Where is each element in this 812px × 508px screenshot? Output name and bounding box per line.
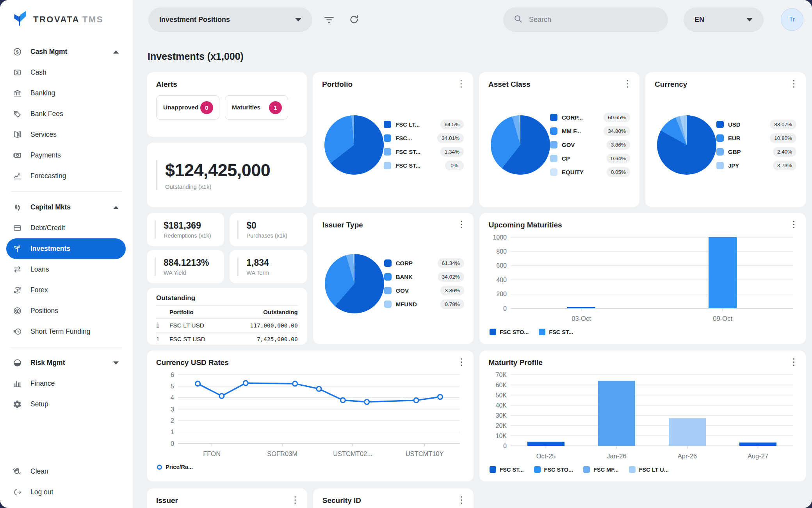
legend-item-gov[interactable]: GOV3.86% — [550, 140, 630, 150]
legend-item-fsc-sto[interactable]: FSC STO... — [490, 329, 529, 335]
card-menu-icon[interactable]: ⋮ — [457, 80, 464, 87]
sidebar-item-debt-credit[interactable]: Debt/Credit — [6, 218, 126, 238]
sidebar-divider — [11, 347, 122, 347]
card-menu-icon[interactable]: ⋮ — [457, 358, 464, 365]
alert-button-unapproved[interactable]: Unapproved0 — [156, 95, 219, 120]
sidebar-item-forecasting[interactable]: Forecasting — [6, 166, 126, 186]
svg-text:5: 5 — [171, 383, 174, 390]
sidebar-item-services[interactable]: Services — [6, 124, 126, 145]
card-menu-icon[interactable]: ⋮ — [623, 80, 630, 87]
legend-item-corp[interactable]: CORP61.34% — [384, 258, 464, 268]
sidebar-section-capital-mkts[interactable]: Capital Mkts — [6, 197, 126, 218]
legend-item-gov[interactable]: GOV3.86% — [384, 286, 464, 295]
legend-label: FSC ST... — [500, 467, 524, 473]
legend-item-fsc-st[interactable]: FSC ST... — [490, 466, 524, 473]
sidebar-item-forex[interactable]: $Forex — [6, 280, 126, 301]
logout-icon — [12, 488, 22, 497]
legend-item-mm-f[interactable]: MM F...34.80% — [550, 126, 630, 136]
search-input[interactable]: Search — [503, 7, 668, 32]
sidebar-item-banking[interactable]: Banking — [6, 83, 126, 104]
issuer-card: Issuer ⋮ — [147, 488, 307, 508]
sidebar-item-finance[interactable]: Finance — [6, 373, 126, 394]
card-menu-icon[interactable]: ⋮ — [789, 221, 796, 228]
metric-label: Purchases (x1k) — [246, 233, 287, 239]
legend-item-fsc-st[interactable]: FSC ST...1.34% — [384, 147, 464, 157]
metric-value: $181,369 — [164, 220, 211, 231]
legend-item-eur[interactable]: EUR10.80% — [716, 133, 796, 143]
sidebar-section-risk-mgmt[interactable]: Risk Mgmt — [6, 352, 126, 373]
sidebar-item-bank-fees[interactable]: Bank Fees — [6, 104, 126, 124]
dollar-square-icon: $ — [12, 68, 22, 77]
legend-item-fsc-lt[interactable]: FSC LT...64.5% — [384, 120, 464, 129]
card-menu-icon[interactable]: ⋮ — [789, 358, 796, 365]
svg-text:40K: 40K — [495, 402, 507, 409]
card-menu-icon[interactable]: ⋮ — [457, 221, 464, 228]
bar-chart-upcoming-maturities: 0200400600800100003-Oct09-Oct — [489, 231, 796, 328]
legend-value-badge: 3.73% — [773, 161, 796, 170]
sidebar-item-payments[interactable]: Payments — [6, 145, 126, 166]
sidebar-item-cash[interactable]: $Cash — [6, 62, 126, 83]
legend-item-corp[interactable]: CORP...60.65% — [550, 113, 630, 122]
legend-label: EQUITY — [562, 169, 584, 175]
sidebar-item-setup[interactable]: Setup — [6, 394, 126, 415]
card-menu-icon[interactable]: ⋮ — [457, 496, 464, 503]
legend-item-cp[interactable]: CP0.64% — [550, 154, 630, 163]
legend-item-mfund[interactable]: MFUND0.78% — [384, 299, 464, 309]
legend-item-fsc-lt-u[interactable]: FSC LT U... — [629, 466, 669, 473]
metric-label: WA Term — [246, 270, 269, 276]
legend-item-fsc[interactable]: FSC...34.01% — [384, 133, 464, 143]
view-selector-dropdown[interactable]: Investment Positions — [148, 7, 312, 32]
table-column-header: Outstanding — [224, 306, 298, 319]
filter-icon[interactable] — [321, 11, 337, 28]
sidebar-item-investments[interactable]: Investments — [6, 238, 126, 259]
legend-item-jpy[interactable]: JPY3.73% — [716, 161, 796, 170]
sidebar-item-short-term-funding[interactable]: Short Term Funding — [6, 321, 126, 342]
user-avatar[interactable]: Tr — [781, 8, 803, 31]
legend-item-bank[interactable]: BANK34.02% — [384, 272, 464, 282]
legend-value-badge: 2.40% — [773, 147, 796, 157]
legend-item-fsc-st[interactable]: FSC ST... — [539, 329, 573, 335]
metric-label: Redemptions (x1k) — [164, 233, 211, 239]
svg-text:Aug-27: Aug-27 — [747, 453, 768, 460]
alert-button-maturities[interactable]: Maturities1 — [225, 95, 288, 120]
language-dropdown[interactable]: EN — [684, 7, 764, 32]
legend-item-equity[interactable]: EQUITY0.05% — [550, 167, 630, 177]
alert-count-badge: 0 — [200, 101, 213, 114]
svg-text:60K: 60K — [495, 382, 507, 388]
sidebar-item-positions[interactable]: Positions — [6, 301, 126, 321]
sidebar-item-log-out[interactable]: Log out — [6, 482, 126, 503]
issuer-type-card-title: Issuer Type — [322, 221, 363, 229]
card-menu-icon[interactable]: ⋮ — [291, 496, 298, 503]
portfolio-card: Portfolio ⋮ FSC LT...64.5%FSC...34.01%FS… — [313, 72, 473, 207]
metric-inner: 884.1213%WA Yield — [155, 258, 209, 276]
sidebar-item-label: Debt/Credit — [30, 224, 65, 232]
pie-chart-portfolio[interactable] — [324, 115, 384, 175]
legend-item-fsc-mf[interactable]: FSC MF... — [583, 466, 618, 473]
legend-label: FSC ST... — [395, 148, 420, 155]
legend-swatch — [384, 148, 391, 156]
legend-item-usd[interactable]: USD83.07% — [716, 120, 796, 129]
pie-legend: FSC LT...64.5%FSC...34.01%FSC ST...1.34%… — [384, 120, 464, 170]
refresh-icon[interactable] — [346, 11, 362, 28]
table-row: 1FSC LT USD117,000,000.00 — [156, 319, 298, 333]
sidebar-section-cash-mgmt[interactable]: $Cash Mgmt — [6, 41, 126, 62]
legend-item-fsc-st[interactable]: FSC ST...0% — [384, 161, 464, 170]
outstanding-table-title: Outstanding — [156, 294, 298, 302]
pie-chart-issuer-type[interactable] — [325, 254, 384, 313]
legend-value-badge: 1.34% — [440, 147, 464, 157]
chevron-down-icon — [295, 18, 301, 21]
credit-card-icon — [12, 224, 22, 233]
asset-class-card-title: Asset Class — [488, 80, 531, 89]
sidebar-item-clean[interactable]: Clean — [6, 461, 126, 482]
sidebar-spacer — [0, 415, 133, 461]
card-menu-icon[interactable]: ⋮ — [789, 80, 796, 87]
svg-text:0: 0 — [171, 440, 174, 447]
main-area: Investment Positions Search — [133, 0, 812, 508]
pie-chart-currency[interactable] — [657, 115, 716, 175]
legend-item-price-ra[interactable]: Price/Ra... — [157, 464, 193, 470]
legend-item-fsc-sto[interactable]: FSC STO... — [534, 466, 573, 473]
pie-chart-asset-class[interactable] — [491, 115, 550, 175]
legend-item-gbp[interactable]: GBP2.40% — [716, 147, 796, 157]
chart-legend: Price/Ra... — [156, 463, 464, 471]
sidebar-item-loans[interactable]: Loans — [6, 259, 126, 280]
